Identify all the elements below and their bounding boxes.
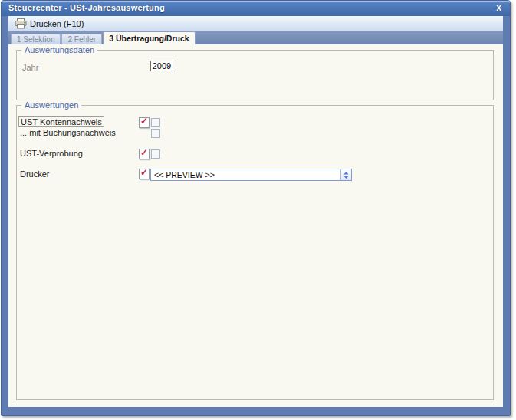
kontennachweis-option-checkbox[interactable] — [151, 118, 160, 127]
red-check-icon: ✓ — [140, 167, 148, 178]
kontennachweis-print-checkbox[interactable]: ✓ — [139, 117, 150, 128]
buchungsnachweis-label: ... mit Buchungsnachweis — [20, 128, 116, 137]
group-auswertungen-title: Auswertungen — [21, 100, 81, 110]
updown-arrows-icon — [343, 172, 349, 179]
dialog-window: Steuercenter - USt-Jahresauswertung x Dr… — [1, 0, 511, 416]
printer-icon — [15, 18, 27, 29]
printer-select[interactable]: << PREVIEW >> — [150, 169, 352, 181]
client-area: Drucken (F10) 1 Selektion 2 Fehler 3 Übe… — [8, 16, 503, 407]
title-bar: Steuercenter - USt-Jahresauswertung x — [2, 1, 510, 16]
toolbar: Drucken (F10) — [8, 16, 503, 31]
verprobung-print-checkbox[interactable]: ✓ — [139, 149, 150, 159]
jahr-label: Jahr — [22, 63, 38, 72]
kontennachweis-label[interactable]: UST-Kontennachweis — [18, 116, 104, 127]
tab-strip: 1 Selektion 2 Fehler 3 Übertragung/Druck — [8, 31, 503, 44]
red-check-icon: ✓ — [140, 116, 148, 126]
verprobung-option-checkbox[interactable] — [151, 149, 160, 159]
window-title: Steuercenter - USt-Jahresauswertung — [8, 3, 165, 12]
drucker-print-checkbox[interactable]: ✓ — [139, 169, 150, 179]
close-icon[interactable]: x — [496, 2, 501, 13]
red-check-icon: ✓ — [140, 147, 148, 158]
tab-selektion[interactable]: 1 Selektion — [11, 34, 61, 44]
group-auswertungsdaten-title: Auswertungsdaten — [21, 45, 97, 54]
group-auswertungsdaten: Auswertungsdaten Jahr — [16, 50, 494, 100]
group-auswertungen: Auswertungen UST-Kontennachweis ✓ ... mi… — [16, 105, 494, 400]
verprobung-label: UST-Verprobung — [20, 149, 83, 158]
printer-select-value: << PREVIEW >> — [151, 169, 340, 180]
buchungsnachweis-option-checkbox[interactable] — [151, 129, 160, 138]
print-button-label: Drucken (F10) — [30, 19, 84, 28]
combo-dropdown-button[interactable] — [340, 169, 351, 180]
jahr-input[interactable] — [150, 61, 173, 71]
print-button[interactable]: Drucken (F10) — [12, 18, 87, 30]
tab-uebertragung-druck[interactable]: 3 Übertragung/Druck — [103, 31, 195, 44]
tab-fehler[interactable]: 2 Fehler — [61, 34, 102, 44]
drucker-label: Drucker — [20, 169, 50, 179]
tab-page: Auswertungsdaten Jahr Auswertungen UST-K… — [8, 44, 503, 407]
